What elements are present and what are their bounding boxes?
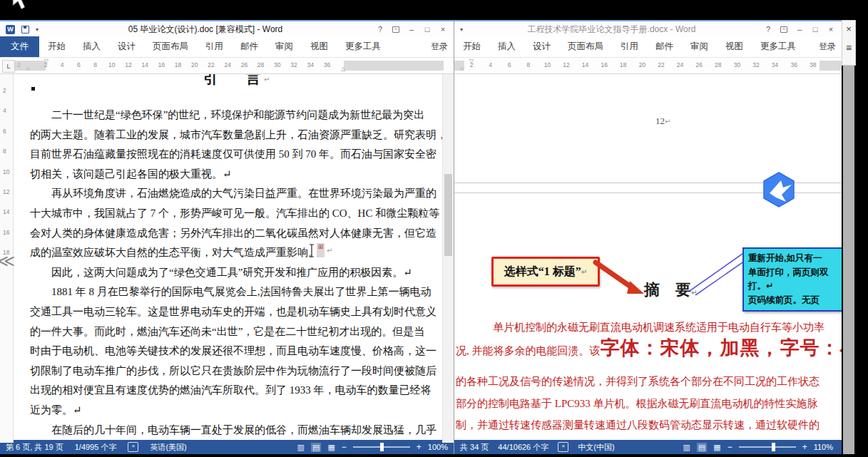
doc-line[interactable]: 二十一世纪是“绿色环保”的世纪，环境保护和能源节约问题成为新世纪最为突出 [30,106,438,125]
doc-line[interactable]: 时由于电动机、电池等关键技术的发展还很不理想，而且电动车速度慢、价格高，这一 [30,342,438,361]
left-vertical-scrollbar[interactable] [442,74,454,443]
doc-line[interactable]: 成的温室效应破坏大自然的生态平衡，对大气造成严重影响。 [30,243,438,263]
sign-in-link[interactable]: 登录 [813,36,842,57]
web-layout-icon[interactable]: ▦ [713,443,720,452]
maximize-button[interactable]: □ [419,22,435,36]
red-paragraph-line[interactable]: 单片机控制的永磁无刷直流电动机调速系统适用于电动自行车等小功率 [493,321,824,334]
zoom-out-button[interactable]: − [727,442,732,452]
doc-line[interactable]: 在随后的几十年间，电动车辆一直处于发展的低谷，而燃油车辆却发展迅猛，几乎 [30,421,438,441]
ribbon-tab[interactable]: 审阅 [682,36,717,57]
read-mode-icon[interactable]: ▥ [683,443,690,452]
page-indicator[interactable]: 共 34 页 [460,442,489,453]
doc-line[interactable]: 近为零。↵ [30,401,438,421]
ribbon-tab[interactable]: 插入 [489,36,524,57]
ribbon-display-options-button[interactable]: ^ [388,21,404,37]
save-icon[interactable] [21,26,29,34]
ribbon-tab[interactable]: 审阅 [267,36,302,57]
doc-line[interactable]: 会对人类的身体健康造成危害；另外汽车排出的二氧化碳虽然对人体健康无害，但它造 [30,224,438,244]
minimize-button[interactable]: – [792,22,807,36]
language-indicator[interactable]: 中文(中国) [578,442,614,453]
ruler-number: 28 [715,61,721,68]
spellcheck-icon[interactable]: × [558,442,568,452]
doc-line[interactable]: 出现的相对便宜且有速度优势的燃油汽车所取代。到了 1933 年，电动车的数量已经… [30,381,438,401]
ribbon-tab[interactable]: 开始 [39,36,74,57]
ribbon-tab[interactable]: 设计 [109,36,144,57]
language-indicator[interactable]: 英语(美国) [150,442,186,453]
doc-line[interactable]: 因此，这两大问题成为了“绿色交通工具”研究开发和推广应用的积极因素。↵ [30,263,438,283]
close-button[interactable]: × [435,22,451,36]
doc-line[interactable]: 十大城市中，我国就占了 7 个，形势严峻可见一般。汽车排出的 CO、HC 和微尘… [30,204,438,224]
thunder-download-icon[interactable] [761,171,797,208]
ribbon-display-options-button[interactable]: ^ [776,21,792,37]
zoom-slider[interactable] [353,446,410,448]
zoom-slider-thumb[interactable] [380,443,384,451]
doc-line[interactable]: 交通工具一电动三轮车。这是世界电动车史的开端，也是机动车辆史上具有划时代意义 [30,302,438,322]
help-button[interactable]: ? [372,22,388,36]
ribbon-tab[interactable]: 插入 [74,36,109,57]
minimize-button[interactable]: – [404,22,419,36]
doc-line[interactable]: 再从环境角度讲，石油燃烧造成的大气污染日益严重。在世界环境污染最为严重的 [30,184,438,204]
left-indent-marker[interactable]: ⌂ [26,66,30,72]
ribbon-tab[interactable]: 开始 [454,36,489,57]
close-button[interactable]: × [823,22,839,36]
right-document-area[interactable]: 12↵ 选样式“1 标题”↵ 摘 要↵ [454,74,842,443]
doc-line[interactable]: 目前世界石油蕴藏量按照现在的消耗速度仅可供使用 50 到 70 年。而石油与国家… [30,145,438,165]
word-count[interactable]: 44/10626 个字 [498,442,548,453]
overlay-menu-icon[interactable]: ≡ [846,43,852,52]
left-indent-marker[interactable]: ⌂ [460,66,464,72]
zoom-in-button[interactable]: + [802,442,807,452]
sign-in-link[interactable]: 登录 [425,36,454,57]
right-horizontal-ruler[interactable]: 2468101214161820222426283032343638 ▽ ⌂ [454,58,842,74]
web-layout-icon[interactable]: ▦ [327,443,335,452]
style-callout-box[interactable]: 选样式“1 标题”↵ [491,257,600,287]
doc-line[interactable]: 1881 年 8 月在巴黎举行的国际电气展览会上,法国特鲁夫展出了世界上第一辆电… [30,282,438,302]
revision-mark[interactable]: ⊞ [317,243,325,257]
ribbon-tab[interactable]: 设计 [524,36,559,57]
note-callout-box[interactable]: 重新开始,如只有一单面打印，两页则双打。↵页码续前页。无页 [742,247,842,312]
left-horizontal-ruler[interactable]: L 2 24681012141618202224262830323436 ▽ ⌂… [0,58,454,74]
ribbon-tab[interactable]: 邮件 [647,36,682,57]
ribbon-tab[interactable]: 引用 [612,36,647,57]
zoom-level[interactable]: 110% [814,443,833,451]
first-line-indent-marker[interactable]: ▽ [469,58,474,64]
right-indent-marker[interactable]: △ [341,66,345,72]
zoom-slider[interactable] [739,446,796,448]
print-layout-icon[interactable]: ▤ [697,443,707,452]
zoom-out-button[interactable]: − [342,442,347,452]
ribbon-tab[interactable]: 更多工具 [337,36,389,57]
print-layout-icon[interactable]: ▤ [311,443,321,452]
ribbon-tab[interactable]: 页面布局 [144,36,197,57]
tab-selector[interactable]: L [2,60,15,73]
doc-line[interactable]: 切限制了电动车推广的步伐，所以它只在贵族阶层中作为玩物流行了一段时间便被随后 [30,361,438,381]
back-chevron-overlay[interactable]: ≪ [0,251,15,271]
doc-line[interactable]: 切相关，该问题己引起各国的极大重视。↵ [30,165,438,185]
read-mode-icon[interactable]: ▥ [297,443,305,452]
zoom-level[interactable]: 100% [428,443,448,451]
ribbon-tab[interactable]: 视图 [717,36,752,57]
side-scrollbar-strip[interactable] [843,64,854,454]
page-indicator[interactable]: 第 6 页, 共 19 页 [6,442,63,453]
doc-line[interactable]: 的两大主题。随着工业的发展，城市汽车数量急剧上升，石油资源严重缺乏。研究表明， [30,125,438,145]
red-paragraph-line[interactable]: 制，并通过转速传感器测量转速通过八段数码管动态显示转速，通过软硬件的 [456,419,820,432]
zoom-slider-thumb[interactable] [772,443,775,451]
spellcheck-icon[interactable]: × [128,442,138,452]
doc-line[interactable]: 的一件大事。而此时，燃油汽车还尚未“出世”，它是在二十世纪初才出现的。但是当 [30,322,438,342]
first-line-indent-marker[interactable]: ▽ [44,58,48,64]
ribbon-tab[interactable]: 邮件 [232,36,267,57]
doc-text[interactable]: 二十一世纪是“绿色环保”的世纪，环境保护和能源节约问题成为新世纪最为突出的两大主… [30,106,438,440]
ribbon-tab[interactable]: 引用 [197,36,232,57]
red-paragraph-line[interactable]: 况, 并能将多余的电能回溃。该 字体：宋体，加黑，字号：小二 [456,335,842,361]
scrollbar-thumb[interactable] [444,174,452,256]
maximize-button[interactable]: □ [807,22,823,36]
ribbon-tab[interactable]: 页面布局 [559,36,612,57]
help-button[interactable]: ? [760,22,776,36]
left-document-page[interactable]: 引 言 ↵ 二十一世纪是“绿色环保”的世纪，环境保护和能源节约问题成为新世纪最为… [13,74,443,443]
ribbon-tab[interactable]: 视图 [302,36,337,57]
red-paragraph-line[interactable]: 部分的控制电路基于 LPC933 单片机。根据永磁无刷直流电动机的特性实施脉 [456,397,818,411]
overlay-close-icon[interactable]: × [846,25,852,34]
word-count[interactable]: 1/4995 个字 [75,442,117,453]
zoom-in-button[interactable]: + [417,442,422,452]
ribbon-tab[interactable]: 更多工具 [752,36,805,57]
red-paragraph-line[interactable]: 的各种工况及信号的传递情况，并得到了系统各个部分在不同工况的工作状态 [456,375,820,389]
ribbon-tab[interactable]: 文件 [0,36,39,57]
